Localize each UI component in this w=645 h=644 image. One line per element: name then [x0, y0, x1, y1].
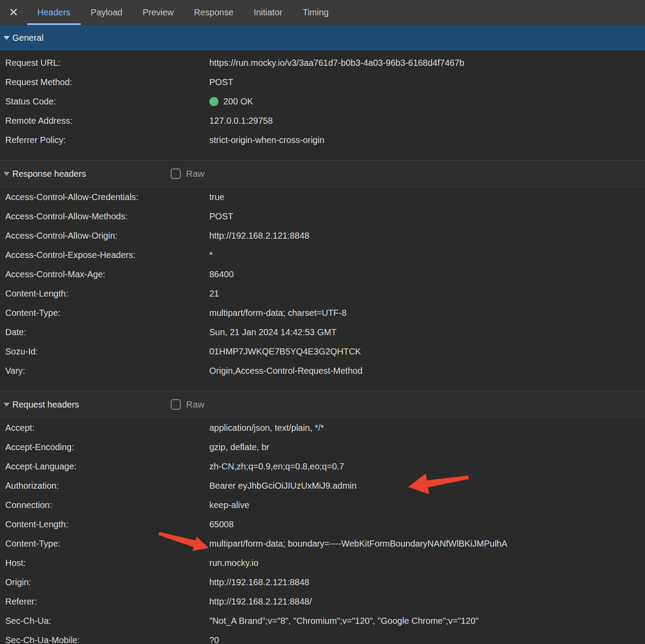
header-name: Access-Control-Expose-Headers:: [5, 250, 209, 260]
header-name: Content-Length:: [5, 519, 209, 530]
header-row: Accept-Language:zh-CN,zh;q=0.9,en;q=0.8,…: [0, 457, 645, 476]
raw-checkbox-label: Raw: [186, 168, 204, 179]
header-value: true: [209, 192, 224, 202]
header-row: Access-Control-Allow-Origin:http://192.1…: [0, 226, 645, 245]
header-row: Date:Sun, 21 Jan 2024 14:42:53 GMT: [0, 322, 645, 342]
header-name: Content-Type:: [5, 539, 209, 549]
tab-response[interactable]: Response: [184, 0, 244, 25]
header-name: Access-Control-Allow-Credentials:: [5, 192, 209, 202]
header-row: Host:run.mocky.io: [0, 553, 645, 572]
header-value: 127.0.0.1:29758: [209, 116, 273, 126]
header-name: Status Code:: [5, 97, 209, 107]
header-value: gzip, deflate, br: [209, 442, 269, 452]
header-value: Bearer eyJhbGciOiJIUzUxMiJ9.admin: [209, 481, 357, 491]
header-name: Accept-Encoding:: [5, 442, 209, 452]
header-name: Origin:: [5, 577, 209, 587]
header-value: strict-origin-when-cross-origin: [209, 135, 324, 145]
header-name: Referrer Policy:: [5, 135, 209, 145]
section-title: Request headers: [12, 400, 79, 410]
header-name: Remote Address:: [5, 116, 209, 126]
section-title: Response headers: [12, 169, 86, 179]
header-value: run.mocky.io: [209, 558, 258, 568]
tab-payload[interactable]: Payload: [81, 0, 133, 25]
header-name: Content-Length:: [5, 289, 209, 299]
response-headers-rows: Access-Control-Allow-Credentials:trueAcc…: [0, 187, 645, 380]
header-row: Accept:application/json, text/plain, */*: [0, 418, 645, 437]
tab-timing[interactable]: Timing: [293, 0, 339, 25]
header-name: Host:: [5, 558, 209, 568]
close-icon: ✕: [9, 6, 18, 19]
header-row: Access-Control-Allow-Methods:POST: [0, 207, 645, 226]
tab-headers[interactable]: Headers: [27, 0, 81, 25]
header-value: 86400: [209, 269, 234, 279]
header-row: Content-Type:multipart/form-data; charse…: [0, 303, 645, 322]
tab-initiator[interactable]: Initiator: [244, 0, 293, 25]
header-value: Sun, 21 Jan 2024 14:42:53 GMT: [209, 327, 337, 337]
header-row: Request URL:https://run.mocky.io/v3/3aa7…: [0, 53, 645, 72]
header-value: 01HMP7JWKQE7B5YQ4E3G2QHTCK: [209, 347, 361, 357]
header-name: Referer:: [5, 597, 209, 607]
tab-preview[interactable]: Preview: [133, 0, 184, 25]
expander-triangle-icon: [4, 172, 10, 176]
header-value: *: [209, 250, 213, 260]
general-rows: Request URL:https://run.mocky.io/v3/3aa7…: [0, 53, 645, 150]
header-name: Content-Type:: [5, 308, 209, 318]
raw-toggle: Raw: [171, 161, 204, 187]
section-header-response-headers[interactable]: Response headers Raw: [0, 160, 645, 187]
section-title: General: [12, 33, 43, 43]
header-value: 200 OK: [209, 97, 253, 107]
header-row: Access-Control-Expose-Headers:*: [0, 245, 645, 265]
header-value: http://192.168.2.121:8848/: [209, 597, 312, 607]
header-row: Sec-Ch-Ua:"Not_A Brand";v="8", "Chromium…: [0, 611, 645, 630]
header-row: Origin:http://192.168.2.121:8848: [0, 572, 645, 592]
expander-triangle-icon: [4, 403, 10, 407]
header-row: Content-Length:21: [0, 284, 645, 303]
header-value: keep-alive: [209, 500, 249, 510]
request-headers-rows: Accept:application/json, text/plain, */*…: [0, 418, 645, 644]
header-name: Access-Control-Allow-Origin:: [5, 231, 209, 241]
header-row: Status Code:200 OK: [0, 92, 645, 111]
raw-checkbox[interactable]: [171, 168, 181, 179]
header-value: application/json, text/plain, */*: [209, 423, 324, 433]
section-header-request-headers[interactable]: Request headers Raw: [0, 391, 645, 418]
header-row: Vary:Origin,Access-Control-Request-Metho…: [0, 361, 645, 380]
tab-strip: HeadersPayloadPreviewResponseInitiatorTi…: [27, 0, 339, 25]
header-name: Sec-Ch-Ua-Mobile:: [5, 635, 209, 644]
header-name: Sozu-Id:: [5, 347, 209, 357]
header-name: Request Method:: [5, 77, 209, 87]
close-button[interactable]: ✕: [0, 0, 27, 25]
header-row: Request Method:POST: [0, 72, 645, 92]
header-value: http://192.168.2.121:8848: [209, 577, 309, 587]
header-name: Access-Control-Allow-Methods:: [5, 211, 209, 222]
header-value: Origin,Access-Control-Request-Method: [209, 366, 362, 376]
devtools-network-tab-bar: ✕ HeadersPayloadPreviewResponseInitiator…: [0, 0, 645, 25]
header-row: Remote Address:127.0.0.1:29758: [0, 111, 645, 130]
header-row: Sozu-Id:01HMP7JWKQE7B5YQ4E3G2QHTCK: [0, 342, 645, 361]
raw-toggle: Raw: [171, 391, 204, 418]
header-name: Accept:: [5, 423, 209, 433]
header-row: Accept-Encoding:gzip, deflate, br: [0, 437, 645, 457]
header-name: Access-Control-Max-Age:: [5, 269, 209, 279]
header-value: multipart/form-data; boundary=----WebKit…: [209, 539, 507, 549]
header-value: 65008: [209, 519, 234, 530]
header-value: https://run.mocky.io/v3/3aa761d7-b0b3-4a…: [209, 58, 464, 68]
header-row: Referrer Policy:strict-origin-when-cross…: [0, 130, 645, 150]
header-row: Access-Control-Max-Age:86400: [0, 265, 645, 284]
header-name: Vary:: [5, 366, 209, 376]
header-name: Accept-Language:: [5, 462, 209, 472]
header-row: Connection:keep-alive: [0, 495, 645, 515]
header-name: Date:: [5, 327, 209, 337]
header-row: Content-Type:multipart/form-data; bounda…: [0, 534, 645, 553]
header-value: POST: [209, 77, 233, 87]
header-row: Authorization:Bearer eyJhbGciOiJIUzUxMiJ…: [0, 476, 645, 495]
raw-checkbox[interactable]: [171, 399, 181, 410]
header-value: multipart/form-data; charset=UTF-8: [209, 308, 347, 318]
header-value: POST: [209, 211, 233, 222]
header-name: Authorization:: [5, 481, 209, 491]
header-name: Connection:: [5, 500, 209, 510]
header-row: Content-Length:65008: [0, 515, 645, 534]
section-header-general[interactable]: General: [0, 25, 645, 50]
header-row: Referer:http://192.168.2.121:8848/: [0, 592, 645, 611]
header-row: Access-Control-Allow-Credentials:true: [0, 187, 645, 207]
expander-triangle-icon: [4, 36, 10, 40]
